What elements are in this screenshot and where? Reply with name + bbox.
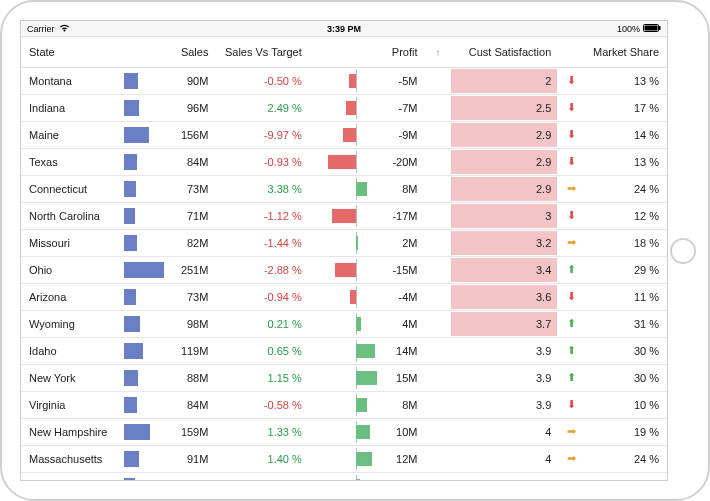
state-cell: Arizona [21,283,116,310]
header-sort-indicator[interactable]: ↑ [425,37,448,67]
header-row: State Sales Sales Vs Target Profit ↑ Cus… [21,37,667,67]
table-row[interactable]: Montana90M-0.50 %-5M2⬇13 % [21,67,667,94]
table-row[interactable]: Missouri82M-1.44 %2M3.2➡18 % [21,229,667,256]
trend-cell: ⬇ [559,148,584,175]
sales-bar [124,370,138,386]
spacer-cell [425,175,448,202]
sales-bar [124,478,135,481]
table-row[interactable]: Wyoming98M0.21 %4M3.7⬆31 % [21,310,667,337]
profit-bar [356,317,362,331]
profit-bar [356,371,377,385]
trend-down-icon: ⬇ [567,155,576,168]
profit-cell: -9M [310,121,426,148]
profit-cell: 12M [310,445,426,472]
satisfaction-cell: 2.9 [449,121,560,148]
table-row[interactable]: New Hampshire159M1.33 %10M4➡19 % [21,418,667,445]
state-cell: New York [21,364,116,391]
sales-vs-target-cell: 1.33 % [216,418,309,445]
table-row[interactable]: Maine156M-9.97 %-9M2.9⬇14 % [21,121,667,148]
satisfaction-cell: 3.9 [449,391,560,418]
table-row[interactable]: Michigan69M-0.84 %3M4➡20 % [21,472,667,480]
sales-cell: 84M [116,148,217,175]
header-cust-satisfaction[interactable]: Cust Satisfaction [449,37,560,67]
table-row[interactable]: Massachusetts91M1.40 %12M4➡24 % [21,445,667,472]
market-share-cell: 19 % [584,418,667,445]
profit-bar [343,128,356,142]
table-row[interactable]: Texas84M-0.93 %-20M2.9⬇13 % [21,148,667,175]
table-row[interactable]: Indiana96M2.49 %-7M2.5⬇17 % [21,94,667,121]
sales-cell: 88M [116,364,217,391]
profit-cell: -17M [310,202,426,229]
state-cell: North Carolina [21,202,116,229]
profit-bar [328,155,356,169]
home-button[interactable] [670,238,696,264]
trend-up-icon: ⬆ [567,344,576,357]
table-row[interactable]: Arizona73M-0.94 %-4M3.6⬇11 % [21,283,667,310]
sales-vs-target-cell: -0.93 % [216,148,309,175]
table-row[interactable]: Idaho119M0.65 %14M3.9⬆30 % [21,337,667,364]
sales-bar [124,208,135,224]
sales-vs-target-cell: -9.97 % [216,121,309,148]
data-grid[interactable]: State Sales Sales Vs Target Profit ↑ Cus… [21,37,667,480]
profit-bar [356,452,373,466]
header-sales-vs-target[interactable]: Sales Vs Target [216,37,309,67]
profit-cell: -15M [310,256,426,283]
table-row[interactable]: Virginia84M-0.58 %8M3.9⬇10 % [21,391,667,418]
market-share-cell: 17 % [584,94,667,121]
profit-bar [350,290,356,304]
table-row[interactable]: Connecticut73M3.38 %8M2.9➡24 % [21,175,667,202]
state-cell: New Hampshire [21,418,116,445]
sales-vs-target-cell: 3.38 % [216,175,309,202]
profit-axis [356,70,357,92]
header-state[interactable]: State [21,37,116,67]
profit-cell: 14M [310,337,426,364]
header-profit[interactable]: Profit [310,37,426,67]
table-row[interactable]: New York88M1.15 %15M3.9⬆30 % [21,364,667,391]
state-cell: Missouri [21,229,116,256]
profit-bar [356,398,367,412]
state-cell: Michigan [21,472,116,480]
satisfaction-cell: 2.5 [449,94,560,121]
sales-cell: 91M [116,445,217,472]
trend-cell: ⬇ [559,391,584,418]
table-row[interactable]: North Carolina71M-1.12 %-17M3⬇12 % [21,202,667,229]
sales-cell: 159M [116,418,217,445]
satisfaction-cell: 2 [449,67,560,94]
sales-vs-target-cell: -0.50 % [216,67,309,94]
profit-cell: 3M [310,472,426,480]
profit-cell: -7M [310,94,426,121]
trend-cell: ➡ [559,229,584,256]
trend-cell: ➡ [559,445,584,472]
market-share-cell: 12 % [584,202,667,229]
header-market-share[interactable]: Market Share [584,37,667,67]
screen: Carrier 3:39 PM 100% [20,20,668,481]
sales-cell: 119M [116,337,217,364]
state-cell: Idaho [21,337,116,364]
trend-cell: ⬇ [559,121,584,148]
market-share-cell: 24 % [584,175,667,202]
header-sales[interactable]: Sales [116,37,217,67]
header-trend[interactable] [559,37,584,67]
market-share-cell: 31 % [584,310,667,337]
state-cell: Massachusetts [21,445,116,472]
spacer-cell [425,391,448,418]
trend-cell: ⬆ [559,364,584,391]
trend-up-icon: ⬆ [567,263,576,276]
sales-bar [124,73,139,89]
state-cell: Indiana [21,94,116,121]
sales-vs-target-cell: 0.21 % [216,310,309,337]
spacer-cell [425,472,448,480]
sales-cell: 69M [116,472,217,480]
sales-cell: 98M [116,310,217,337]
profit-cell: 8M [310,175,426,202]
carrier-label: Carrier [27,24,55,34]
table-row[interactable]: Ohio251M-2.88 %-15M3.4⬆29 % [21,256,667,283]
spacer-cell [425,67,448,94]
satisfaction-cell: 4 [449,472,560,480]
market-share-cell: 18 % [584,229,667,256]
sales-vs-target-cell: -0.58 % [216,391,309,418]
profit-bar [356,344,376,358]
trend-cell: ➡ [559,418,584,445]
sales-vs-target-cell: -2.88 % [216,256,309,283]
profit-cell: 8M [310,391,426,418]
